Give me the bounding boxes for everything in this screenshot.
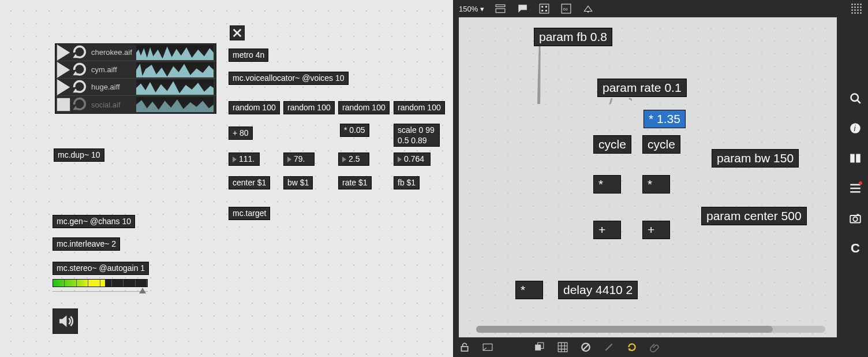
svg-line-57	[582, 344, 589, 350]
loop-icon[interactable]	[72, 79, 88, 95]
info-icon[interactable]: i	[850, 122, 861, 134]
plus-object[interactable]: + 80	[229, 127, 253, 140]
mult-1-35-object[interactable]: * 1.35	[643, 110, 686, 128]
param-rate-object[interactable]: param rate 0.1	[597, 79, 687, 97]
svg-point-34	[857, 9, 859, 11]
svg-marker-5	[136, 64, 214, 77]
metro-object[interactable]: metro 4n	[229, 49, 268, 62]
play-icon[interactable]	[55, 44, 72, 61]
playlist[interactable]: cherokee.aif cym.aiff huge.aiff social.a…	[55, 43, 216, 114]
zoom-menu[interactable]: 150%▾	[459, 5, 484, 13]
message-box[interactable]: rate $1	[338, 176, 372, 189]
svg-point-25	[854, 3, 856, 5]
voiceallocator-object[interactable]: mc.voiceallocator~ @voices 10	[229, 72, 349, 85]
svg-point-24	[851, 3, 853, 5]
play-icon[interactable]	[55, 79, 72, 95]
mult-object[interactable]: *	[515, 281, 543, 299]
random-object[interactable]: random 100	[229, 101, 280, 114]
toggle-box[interactable]	[230, 25, 245, 40]
layout-icon[interactable]	[495, 3, 506, 14]
svg-line-58	[605, 344, 612, 350]
mc-gen-object[interactable]: mc.gen~ @chans 10	[53, 215, 135, 228]
list-icon[interactable]	[850, 183, 861, 194]
left-patcher-canvas[interactable]: cherokee.aif cym.aiff huge.aiff social.a…	[0, 0, 453, 357]
attach-icon[interactable]	[649, 341, 661, 353]
playlist-row[interactable]: social.aif	[55, 96, 216, 113]
playlist-row[interactable]: cym.aiff	[55, 61, 216, 79]
windows-icon[interactable]	[534, 341, 545, 353]
cycle-object[interactable]: cycle	[642, 135, 680, 154]
target-icon[interactable]	[463, 135, 475, 146]
svg-rect-16	[540, 4, 549, 13]
svg-point-31	[860, 6, 862, 8]
ezdac-speaker[interactable]	[53, 308, 78, 334]
paint-icon[interactable]	[582, 3, 594, 14]
delay-object[interactable]: delay 4410 2	[558, 281, 638, 299]
grid-icon[interactable]	[851, 3, 862, 14]
cycle-object[interactable]: cycle	[593, 135, 631, 154]
svg-point-61	[467, 139, 471, 142]
gen-patcher-canvas[interactable]: param fb 0.8 param rate 0.1 * 1.35 cycle…	[459, 17, 837, 337]
comment-icon[interactable]	[517, 3, 528, 14]
param-bw-object[interactable]: param bw 150	[712, 149, 799, 168]
stop-icon[interactable]	[55, 96, 72, 113]
loop-icon[interactable]	[72, 62, 88, 78]
svg-point-18	[545, 6, 547, 8]
playlist-row[interactable]: cherokee.aif	[55, 44, 216, 61]
mult-object[interactable]: * 0.05	[340, 124, 369, 137]
mc-target-object[interactable]: mc.target	[229, 207, 270, 220]
number-box[interactable]: 111.	[229, 153, 260, 166]
number-box[interactable]: 0.764	[394, 153, 431, 166]
waveform	[136, 97, 214, 112]
clip-icon[interactable]	[463, 162, 475, 174]
mc-stereo-object[interactable]: mc.stereo~ @autogain 1	[53, 262, 149, 275]
play-icon[interactable]	[55, 62, 72, 78]
waveform	[136, 80, 214, 95]
loop-icon[interactable]	[72, 44, 88, 61]
svg-rect-14	[496, 5, 505, 6]
svg-point-33	[854, 9, 856, 11]
chevron-down-icon: ▾	[480, 5, 484, 13]
mult-object[interactable]: *	[642, 175, 670, 194]
svg-marker-2	[136, 46, 214, 60]
plus-object[interactable]: +	[642, 221, 670, 239]
file-label: social.aif	[88, 101, 135, 109]
mc-dup-object[interactable]: mc.dup~ 10	[54, 148, 104, 162]
null-icon[interactable]	[580, 341, 592, 353]
message-box[interactable]: center $1	[229, 176, 270, 189]
param-fb-object[interactable]: param fb 0.8	[534, 28, 612, 46]
mc-interleave-object[interactable]: mc.interleave~ 2	[53, 237, 120, 251]
c-icon[interactable]: C	[850, 243, 861, 254]
horizontal-scrollbar[interactable]	[476, 326, 825, 333]
mult-object[interactable]: *	[593, 175, 621, 194]
random-object[interactable]: random 100	[283, 101, 335, 114]
message-box[interactable]: fb $1	[394, 176, 420, 189]
param-center-object[interactable]: param center 500	[701, 207, 807, 225]
cube-icon[interactable]	[463, 107, 475, 118]
loop-icon[interactable]	[72, 96, 88, 113]
camera-icon[interactable]	[850, 213, 861, 224]
code-icon[interactable]: co	[560, 3, 572, 14]
gain-slider[interactable]	[53, 289, 148, 295]
random-object[interactable]: random 100	[338, 101, 390, 114]
plus-object[interactable]: +	[593, 221, 621, 239]
lock-icon[interactable]	[459, 341, 470, 353]
svg-text:co: co	[563, 6, 568, 12]
svg-point-30	[857, 6, 859, 8]
wand-icon[interactable]	[603, 341, 615, 353]
random-object[interactable]: random 100	[394, 101, 445, 114]
right-inspector-rail: i C	[843, 17, 868, 337]
dice-icon[interactable]	[538, 3, 550, 14]
message-box[interactable]: bw $1	[283, 176, 313, 189]
svg-point-23	[588, 12, 589, 13]
presentation-icon[interactable]	[482, 341, 493, 353]
columns-icon[interactable]	[850, 153, 861, 164]
number-box[interactable]: 79.	[283, 153, 315, 166]
scale-object[interactable]: scale 0 99 0.5 0.89	[394, 124, 440, 147]
playlist-row[interactable]: huge.aiff	[55, 79, 216, 96]
svg-line-41	[858, 101, 860, 103]
search-icon[interactable]	[850, 92, 861, 104]
number-box[interactable]: 2.5	[338, 153, 369, 166]
grid-toggle-icon[interactable]	[557, 341, 568, 353]
refresh-icon[interactable]	[626, 341, 638, 353]
